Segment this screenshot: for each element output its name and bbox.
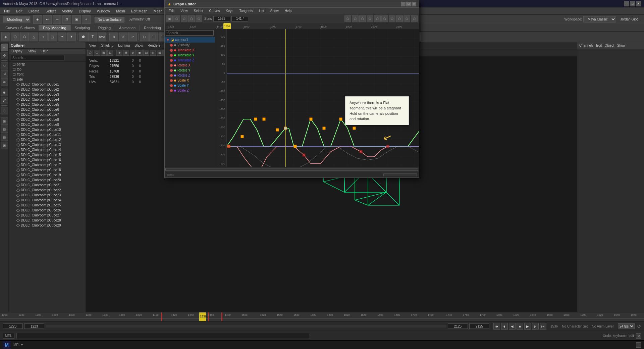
vp-tool-5[interactable]: ◈ <box>116 50 122 56</box>
vp-menu-view[interactable]: View <box>87 43 99 48</box>
outliner-item[interactable]: DDLC_Clubroom:pCube22 <box>9 188 86 193</box>
toolbar-icon-8[interactable]: ✦ <box>67 33 76 41</box>
universal-tool[interactable]: ⊕ <box>1 78 8 86</box>
outliner-item[interactable]: DDLC_Clubroom:pCube15 <box>9 152 86 157</box>
workspace-selector[interactable]: Maya Classic <box>583 16 616 22</box>
ge-curve-visibility[interactable]: Visibility <box>165 43 215 48</box>
paint-tool[interactable]: 🖌 <box>1 97 8 104</box>
autokey-button[interactable]: ⟳ <box>637 323 641 329</box>
tab-sculpting[interactable]: Sculpting <box>71 25 94 31</box>
ge-tool-4[interactable]: ⬡ <box>188 15 195 22</box>
toolbar-icon-6[interactable]: ◇ <box>48 33 57 41</box>
toolbar-icon-5[interactable]: ○ <box>39 33 48 41</box>
ge-tool-r7[interactable]: ⬡ <box>389 15 395 22</box>
ge-search-input[interactable] <box>166 30 214 36</box>
ge-hscroll[interactable] <box>165 167 419 171</box>
menu-item-window[interactable]: Window <box>94 8 113 14</box>
ge-graph-area[interactable]: Anywhere there is a Flat segment, this w… <box>227 29 419 167</box>
play-forward[interactable]: ▶ <box>524 323 531 330</box>
toolbar-icon-10[interactable]: T <box>88 33 97 41</box>
vp-tool-10[interactable]: ▥ <box>150 50 156 56</box>
outliner-menu-display[interactable]: Display <box>9 49 25 54</box>
toolbar-icon-7[interactable]: ✦ <box>58 33 66 41</box>
vp-tool-4[interactable]: ⊟ <box>107 50 113 56</box>
ge-maximize-btn[interactable]: □ <box>406 2 411 6</box>
outliner-item[interactable]: DDLC_Clubroom:pCube12 <box>9 137 86 142</box>
vp-menu-renderer[interactable]: Renderer <box>146 43 164 48</box>
no-live-surface[interactable]: No Live Surface <box>95 17 124 22</box>
outliner-item[interactable]: DDLC_Clubroom:pCube28 <box>9 218 86 223</box>
menu-item-mesh[interactable]: Mesh <box>113 8 128 14</box>
mode-selector[interactable]: Modeling <box>3 16 31 23</box>
outliner-item[interactable]: DDLC_Clubroom:pCube21 <box>9 183 86 188</box>
minimize-button[interactable]: ─ <box>624 1 629 6</box>
ge-menu-help[interactable]: Help <box>282 9 294 13</box>
mel-settings-icon[interactable]: ⚙ <box>636 333 641 339</box>
snap-grid-tool[interactable]: ⊞ <box>1 117 8 125</box>
outliner-item[interactable]: top <box>9 67 86 72</box>
ge-menu-list[interactable]: List <box>256 9 267 13</box>
ge-curve-translate-y[interactable]: Translate Y <box>165 53 215 58</box>
outliner-menu-help[interactable]: Help <box>39 49 51 54</box>
soft-select-tool[interactable]: ◉ <box>1 89 8 96</box>
outliner-item[interactable]: DDLC_Clubroom:pCube4 <box>9 97 86 102</box>
mel-input[interactable] <box>16 333 309 339</box>
ge-menu-select[interactable]: Select <box>191 9 206 13</box>
outliner-item[interactable]: DDLC_Clubroom:pCube19 <box>9 172 86 178</box>
ge-vscroll[interactable] <box>383 173 417 176</box>
ge-tool-r10[interactable]: ⬡ <box>411 15 418 22</box>
close-button[interactable]: ✕ <box>636 1 641 6</box>
outliner-item[interactable]: front <box>9 72 86 77</box>
outliner-item[interactable]: DDLC_Clubroom:pCube8 <box>9 117 86 122</box>
menu-item-select[interactable]: Select <box>43 8 59 14</box>
ge-tool-r5[interactable]: ⬡ <box>374 15 381 22</box>
snap-point-tool[interactable]: ⊡ <box>1 126 8 133</box>
channels-menu-object[interactable]: Object <box>605 44 614 47</box>
ge-tool-1[interactable]: ▣ <box>166 15 173 22</box>
outliner-item[interactable]: DDLC_Clubroom:pCube23 <box>9 193 86 198</box>
select-tool[interactable]: ↖ <box>1 44 8 51</box>
outliner-item[interactable]: DDLC_Clubroom:pCube3 <box>9 92 86 97</box>
tab-rigging[interactable]: Rigging <box>94 25 115 31</box>
vp-menu-lighting[interactable]: Lighting <box>116 43 132 48</box>
menu-item-display[interactable]: Display <box>76 8 94 14</box>
menu-item-modify[interactable]: Modify <box>59 8 75 14</box>
ge-menu-keys[interactable]: Keys <box>223 9 236 13</box>
ge-curve-scale-z[interactable]: Scale Z <box>165 88 215 93</box>
ge-tool-r3[interactable]: ⬡ <box>359 15 366 22</box>
outliner-item[interactable]: DDLC_Clubroom:pCube10 <box>9 127 86 132</box>
outliner-item[interactable]: DDLC_Clubroom:pCube13 <box>9 142 86 147</box>
vp-tool-2[interactable]: ⬡ <box>94 50 100 56</box>
outliner-item[interactable]: DDLC_Clubroom:pCube9 <box>9 122 86 127</box>
outliner-item[interactable]: DDLC_Clubroom:pCube14 <box>9 147 86 152</box>
snap-face-tool[interactable]: ⊠ <box>1 142 8 149</box>
channels-menu-show[interactable]: Show <box>617 44 625 47</box>
ge-tool-2[interactable]: ⬡ <box>173 15 180 22</box>
channels-menu-edit[interactable]: Edit <box>596 44 602 47</box>
outliner-search-input[interactable] <box>11 55 64 60</box>
ge-tool-r2[interactable]: ⬡ <box>352 15 359 22</box>
range-start2[interactable] <box>24 323 44 329</box>
ge-curve-scale-x[interactable]: Scale X <box>165 78 215 83</box>
outliner-item[interactable]: DDLC_Clubroom:pCube27 <box>9 213 86 218</box>
ge-curve-rotate-y[interactable]: Rotate Y <box>165 68 215 73</box>
vp-tool-7[interactable]: ⊕ <box>130 50 136 56</box>
tab-rendering[interactable]: Rendering <box>140 25 165 31</box>
ge-tool-r9[interactable]: ⬡ <box>404 15 410 22</box>
ge-tool-5[interactable]: ⬡ <box>196 15 202 22</box>
outliner-item[interactable]: DDLC_Clubroom:pCube24 <box>9 198 86 203</box>
toolbar-icon-12[interactable]: × <box>119 33 127 41</box>
vp-menu-show[interactable]: Show <box>132 43 145 48</box>
vp-tool-3[interactable]: ⊞ <box>101 50 107 56</box>
ge-stats-input2[interactable] <box>231 16 248 21</box>
ge-tool-r6[interactable]: ⬡ <box>381 15 388 22</box>
toolbar-icon-13[interactable]: ↗ <box>128 33 137 41</box>
outliner-item[interactable]: DDLC_Clubroom:pCube2 <box>9 87 86 92</box>
tool-btn-6[interactable]: + <box>82 15 91 24</box>
vp-tool-8[interactable]: ▣ <box>137 50 143 56</box>
outliner-item[interactable]: DDLC_Clubroom:pCube6 <box>9 107 86 112</box>
tool-btn-1[interactable]: ◈ <box>33 15 42 24</box>
vp-menu-shading[interactable]: Shading <box>99 43 116 48</box>
play-prev-frame[interactable]: ⏴ <box>501 323 508 330</box>
range-end2[interactable] <box>469 323 489 329</box>
